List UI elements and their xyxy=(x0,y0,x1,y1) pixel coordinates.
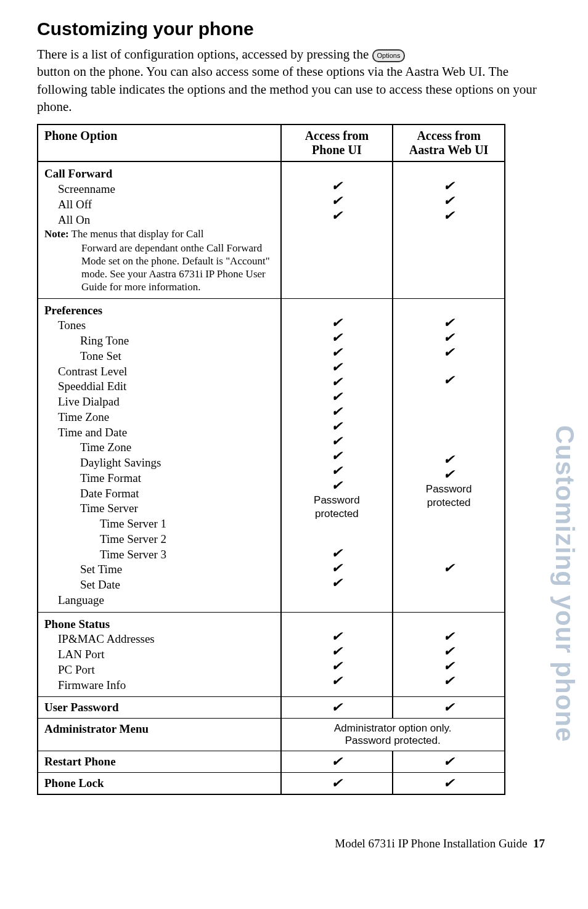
th-phone-ui: Access from Phone UI xyxy=(281,124,393,161)
table-row: Phone StatusIP&MAC AddressesLAN PortPC P… xyxy=(38,612,281,697)
page-title: Customizing your phone xyxy=(37,18,551,39)
intro-line-2: button on the phone. You can also access… xyxy=(37,64,537,114)
table-row: Restart Phone xyxy=(38,751,281,773)
table-row: Administrator Menu xyxy=(38,719,281,751)
options-table: Phone Option Access from Phone UI Access… xyxy=(37,124,505,795)
table-row: Call ForwardScreennameAll OffAll OnNote:… xyxy=(38,161,281,298)
footer-page-number: 17 xyxy=(533,837,545,850)
table-row: PreferencesTonesRing ToneTone SetContras… xyxy=(38,298,281,612)
options-button-chip: Options xyxy=(372,49,406,62)
intro-paragraph: There is a list of configuration options… xyxy=(37,46,551,115)
th-option: Phone Option xyxy=(38,124,281,161)
intro-line-1: There is a list of configuration options… xyxy=(37,47,369,62)
th-web-ui: Access from Aastra Web UI xyxy=(393,124,505,161)
admin-note: Administrator option only.Password prote… xyxy=(281,719,505,751)
sidebar-title: Customizing your phone xyxy=(550,425,579,742)
footer: Model 6731i IP Phone Installation Guide … xyxy=(335,837,545,850)
table-row: Phone Lock xyxy=(38,773,281,795)
table-row: User Password xyxy=(38,697,281,719)
footer-text: Model 6731i IP Phone Installation Guide xyxy=(335,837,527,850)
